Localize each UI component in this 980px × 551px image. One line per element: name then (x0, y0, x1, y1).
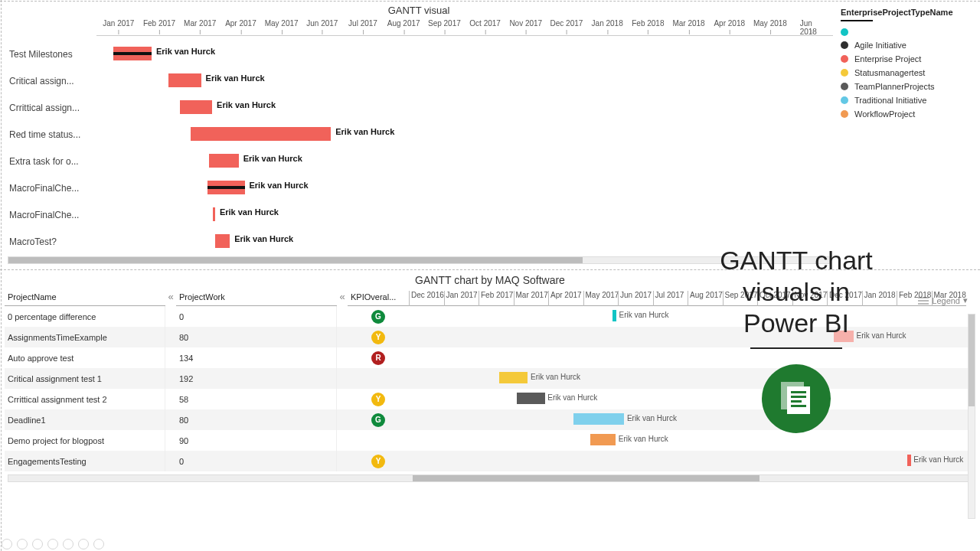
task-bar[interactable] (834, 331, 854, 342)
axis-tick: Mar 2017 (184, 19, 216, 28)
cell-projectwork: 80 (176, 327, 337, 347)
cell-kpi: G (348, 306, 409, 327)
page-edit-icon[interactable] (47, 539, 58, 549)
task-bar[interactable] (612, 310, 616, 321)
legend-card[interactable]: EnterpriseProjectTypeName Agile Initiati… (838, 3, 975, 233)
table-row[interactable]: 0 percentage difference0GErik van Hurck (5, 306, 975, 327)
task-bar[interactable] (113, 47, 152, 60)
table-row[interactable]: Critical assignment test 1192Erik van Hu… (5, 368, 975, 389)
legend-item[interactable]: Statusmanagertest (838, 66, 975, 80)
axis-tick: Mar 2017 (514, 291, 548, 306)
task-bar[interactable] (209, 154, 239, 168)
cell-kpi (348, 368, 409, 389)
task-lane: Erik van Hurck (95, 201, 833, 228)
gantt-visual-card[interactable]: GANTT visual Jan 2017Feb 2017Mar 2017Apr… (5, 3, 833, 268)
horizontal-scrollbar[interactable] (8, 256, 830, 264)
task-bar[interactable] (180, 100, 212, 114)
axis-tick: Dec 2017 (550, 19, 583, 28)
task-bar[interactable] (191, 127, 331, 141)
legend-item[interactable]: Agile Initiative (838, 38, 975, 52)
resource-label: Erik van Hurck (234, 234, 293, 243)
table-row[interactable]: AssignmentsTimeExample80YErik van Hurck (5, 327, 975, 347)
cell-sep (337, 327, 348, 347)
cell-sep (165, 430, 176, 451)
legend-item[interactable] (838, 26, 975, 38)
axis-tick: Oct 2017 (757, 291, 791, 306)
gantt-task-row[interactable]: MacroTest?Erik van Hurck (5, 228, 833, 255)
task-bar[interactable] (215, 234, 230, 248)
kpi-badge: G (371, 413, 385, 427)
legend-title: EnterpriseProjectTypeName (838, 3, 975, 18)
maq-header-row: ProjectName « ProjectWork « KPIOveral...… (5, 291, 975, 306)
table-row[interactable]: Deadline180GErik van Hurck (5, 409, 975, 430)
axis-tick: Nov 2017 (509, 19, 542, 28)
task-label: MacroFinalChe... (5, 183, 95, 194)
resource-label: Erik van Hurck (619, 311, 669, 319)
axis-tick: Feb 2017 (479, 291, 513, 306)
cell-projectname: AssignmentsTimeExample (5, 327, 165, 347)
task-bar[interactable] (517, 393, 545, 404)
axis-tick: Sep 2017 (428, 19, 461, 28)
gantt-task-row[interactable]: Red time status...Erik van Hurck (5, 121, 833, 148)
resource-label: Erik van Hurck (857, 331, 906, 340)
progress-line (113, 52, 152, 55)
col-header-kpi[interactable]: KPIOveral... (348, 291, 409, 306)
page-back-icon[interactable] (2, 539, 12, 549)
page-play-icon[interactable] (17, 539, 28, 549)
table-row[interactable]: Demo project for blogpost90Erik van Hurc… (5, 430, 975, 451)
axis-tick: Feb 2018 (897, 291, 931, 306)
gantt-task-row[interactable]: Critical assign...Erik van Hurck (5, 67, 833, 94)
gantt-lane: Erik van Hurck (409, 409, 975, 430)
legend-item[interactable]: Enterprise Project (838, 52, 975, 66)
gantt-task-row[interactable]: Test MilestonesErik van Hurck (5, 41, 833, 67)
task-lane: Erik van Hurck (95, 121, 833, 148)
gantt-task-row[interactable]: MacroFinalChe...Erik van Hurck (5, 201, 833, 228)
resource-label: Erik van Hurck (619, 435, 668, 443)
page-zoom-icon[interactable] (78, 539, 89, 549)
legend-item[interactable]: Traditional Initiative (838, 93, 975, 107)
resource-label: Erik van Hurck (217, 100, 276, 109)
resource-label: Erik van Hurck (627, 414, 677, 422)
cell-projectname: EngagementsTesting (5, 451, 165, 471)
table-row[interactable]: EngagementsTesting0YErik van Hurck (5, 451, 975, 471)
page-copy-icon[interactable] (63, 539, 74, 549)
cell-sep (337, 368, 348, 389)
gantt-task-row[interactable]: Extra task for o...Erik van Hurck (5, 148, 833, 174)
task-bar[interactable] (168, 73, 201, 87)
task-bar[interactable] (590, 434, 616, 445)
col-header-projectname[interactable]: ProjectName (5, 291, 165, 306)
maq-rows: 0 percentage difference0GErik van HurckA… (5, 306, 975, 471)
table-row[interactable]: Crrittical assignment test 258YErik van … (5, 389, 975, 409)
task-bar[interactable] (213, 207, 215, 221)
gantt-task-row[interactable]: MacroFinalChe...Erik van Hurck (5, 174, 833, 201)
task-lane: Erik van Hurck (95, 67, 833, 94)
page-minus-icon[interactable] (93, 539, 104, 549)
col-header-projectwork[interactable]: ProjectWork (176, 291, 337, 306)
horizontal-scrollbar[interactable] (8, 474, 972, 482)
cell-sep (337, 430, 348, 451)
gantt-task-row[interactable]: Crrittical assign...Erik van Hurck (5, 94, 833, 121)
kpi-badge: Y (371, 331, 385, 344)
vertical-scrollbar[interactable] (968, 314, 975, 519)
cell-kpi: Y (348, 451, 409, 471)
maq-gantt-card[interactable]: GANTT chart by MAQ Software Legend ▾ Pro… (5, 272, 975, 537)
collapse-right-icon[interactable]: « (337, 291, 348, 306)
task-bar[interactable] (207, 181, 244, 194)
task-label: MacroTest? (5, 236, 95, 247)
page-next-icon[interactable] (32, 539, 43, 549)
resource-label: Erik van Hurck (220, 207, 279, 217)
cell-projectwork: 90 (176, 430, 337, 451)
page-nav-icons[interactable] (2, 539, 104, 549)
legend-item[interactable]: TeamPlannerProjects (838, 80, 975, 93)
task-bar[interactable] (499, 372, 528, 383)
table-row[interactable]: Auto approve test134R (5, 347, 975, 368)
collapse-left-icon[interactable]: « (165, 291, 176, 306)
task-bar[interactable] (907, 455, 910, 466)
task-bar[interactable] (573, 413, 625, 425)
legend-item[interactable]: WorkflowProject (838, 107, 975, 121)
legend-swatch-icon (841, 55, 848, 63)
legend-label: TeamPlannerProjects (854, 82, 935, 91)
cell-projectwork: 0 (176, 306, 337, 327)
cell-projectwork: 58 (176, 389, 337, 409)
cell-projectname: Auto approve test (5, 347, 165, 368)
